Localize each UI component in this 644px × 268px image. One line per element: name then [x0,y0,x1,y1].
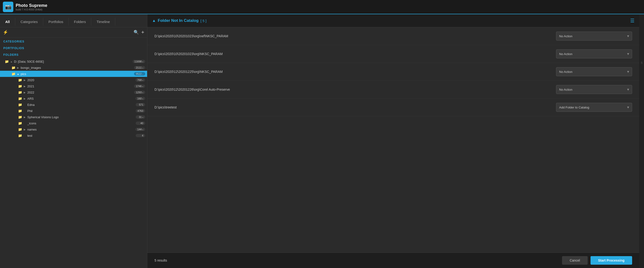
folder-icon: 📁 [18,97,22,100]
tree-item-names[interactable]: 📁▶names144 [0,126,147,132]
main-layout: All Categories Portfolios Folders Timeli… [0,14,644,268]
folder-icon: 📁 [18,103,22,107]
item-count: 571 [136,103,145,106]
item-count: 1746 [134,84,145,88]
topbar: 📷 Photo Supreme build 7.4.0.4550 (64bit) [0,0,644,14]
tree-item-2021[interactable]: 📁▶20211746 [0,83,147,89]
folder-icon: 📁 [18,90,22,94]
action-select-wrap-3: No ActionAdd Folder to CatalogIgnore▼ [556,67,632,76]
start-processing-button[interactable]: Start Processing [590,256,632,265]
item-name: _icons [27,122,135,125]
tree-item-icons[interactable]: 📁_icons40 [0,120,147,126]
app-title-block: Photo Supreme build 7.4.0.4550 (64bit) [16,3,47,11]
expand-arrow[interactable]: ▶ [23,116,26,118]
item-name: bongo_images [21,66,133,69]
expand-arrow[interactable]: ▲ [16,73,20,75]
item-count: 144 [136,128,145,131]
folder-icon: 📁 [12,72,16,76]
section-portfolios: PORTFOLIOS [0,44,147,51]
folder-tree: 📁▲D: [Data; 50CE-665E]11698📁▶bongo_image… [0,57,147,268]
expand-arrow[interactable]: ▶ [23,128,26,131]
section-folders: FOLDERS [0,51,147,57]
dialog-path-2: D:\pics\2020\10\20201023\org\NKSC_PARAM [154,52,556,56]
right-panel: ▲ Folder Not In Catalog [ 5 ] ☰ D:\pics\… [147,14,639,268]
tab-timeline[interactable]: Timeline [91,18,115,26]
item-name: test [27,134,135,137]
folder-icon: 📁 [18,121,22,125]
tree-item-bongo[interactable]: 📁▶bongo_images2111 [0,65,147,71]
tree-item-ars[interactable]: 📁▶ARS160 [0,95,147,102]
action-select-5[interactable]: No ActionAdd Folder to CatalogIgnore [556,103,632,112]
expand-arrow[interactable]: ▶ [23,97,26,100]
action-select-wrap-1: No ActionAdd Folder to CatalogIgnore▼ [556,31,632,41]
tab-folders[interactable]: Folders [69,18,91,26]
folder-icon: 📁 [18,134,22,137]
folder-icon: 📁 [5,60,9,63]
tree-item-pics[interactable]: 📁▲pics9522 [0,71,147,77]
item-name: Edna [27,103,135,107]
add-icon[interactable]: + [141,29,144,35]
item-name: pics [21,72,133,76]
action-select-wrap-4: No ActionAdd Folder to CatalogIgnore▼ [556,85,632,94]
tree-item-2022[interactable]: 📁▶20221293 [0,89,147,95]
action-select-3[interactable]: No ActionAdd Folder to CatalogIgnore [556,67,632,76]
item-name: 2020 [27,78,134,82]
dialog-path-1: D:\pics\2020\10\20201023\org\nef\NKSC_PA… [154,34,556,38]
expand-arrow[interactable]: ▲ [10,60,13,63]
folder-icon: 📁 [18,127,22,131]
app-title: Photo Supreme [16,3,47,8]
tab-portfolios[interactable]: Portfolios [43,18,69,26]
dialog-row-5: D:\pics\treetestNo ActionAdd Folder to C… [147,98,639,116]
app-build: build 7.4.0.4550 (64bit) [16,8,47,11]
expand-arrow[interactable]: ▶ [23,85,26,88]
tree-item-test[interactable]: 📁test4 [0,132,147,139]
dialog-title: Folder Not In Catalog [158,18,199,23]
logo-icon: 📷 [5,4,12,10]
dialog-footer: 5 results Cancel Start Processing [147,253,639,268]
action-select-4[interactable]: No ActionAdd Folder to CatalogIgnore [556,85,632,94]
dialog-row-4: D:\pics\2020\12\20201226\org\Corel Auto-… [147,81,639,98]
item-name: Phil [27,109,135,113]
item-name: 2021 [27,84,133,88]
results-count: 5 results [154,259,167,262]
item-count: 9522 [134,72,145,75]
tree-item-spherical[interactable]: 📁▶Spherical Visions Logo31 [0,114,147,120]
cancel-button[interactable]: Cancel [562,256,588,265]
dialog-path-3: D:\pics\2020\12\20201225\org\NKSC_PARAM [154,70,556,74]
tab-categories[interactable]: Categories [15,18,43,26]
item-count: 11698 [132,60,145,63]
tree-item-root-d[interactable]: 📁▲D: [Data; 50CE-665E]11698 [0,58,147,65]
item-name: D: [Data; 50CE-665E] [14,60,132,63]
left-toolbar: ⚡ 🔍 + [0,27,147,37]
expand-arrow[interactable]: ▶ [16,66,20,69]
expand-arrow[interactable]: ▶ [23,79,26,81]
nav-tabs: All Categories Portfolios Folders Timeli… [0,14,147,27]
item-count: 1293 [134,91,145,94]
dialog-content: D:\pics\2020\10\20201023\org\nef\NKSC_PA… [147,27,639,253]
action-select-wrap-2: No ActionAdd Folder to CatalogIgnore▼ [556,49,632,58]
folder-icon: 📁 [12,66,16,69]
tab-all[interactable]: All [0,18,15,26]
tree-item-2020[interactable]: 📁▶2020768 [0,77,147,83]
item-count: 31 [136,115,145,119]
expand-arrow[interactable]: ▶ [23,91,26,94]
dialog-header: ▲ Folder Not In Catalog [ 5 ] ☰ [147,14,639,27]
dialog-row-1: D:\pics\2020\10\20201023\org\nef\NKSC_PA… [147,27,639,45]
dialog-row-2: D:\pics\2020\10\20201023\org\NKSC_PARAMN… [147,45,639,63]
folder-icon: 📁 [18,84,22,88]
tree-item-phil[interactable]: 📁Phil4763 [0,108,147,114]
dialog-menu-icon[interactable]: ☰ [630,18,634,23]
dialog-collapse-icon[interactable]: ▲ [152,18,156,23]
action-select-wrap-5: No ActionAdd Folder to CatalogIgnore▼ [556,103,632,112]
edge-label: et [640,62,643,64]
dialog-path-4: D:\pics\2020\12\20201226\org\Corel Auto-… [154,88,556,91]
folder-icon: 📁 [18,109,22,113]
tree-item-edna[interactable]: 📁Edna571 [0,102,147,108]
item-count: 160 [136,97,145,100]
filter-icon[interactable]: ⚡ [3,30,8,35]
dialog-path-5: D:\pics\treetest [154,105,556,109]
action-select-1[interactable]: No ActionAdd Folder to CatalogIgnore [556,31,632,41]
right-edge: et [639,14,644,268]
search-icon[interactable]: 🔍 [134,30,139,35]
action-select-2[interactable]: No ActionAdd Folder to CatalogIgnore [556,49,632,58]
